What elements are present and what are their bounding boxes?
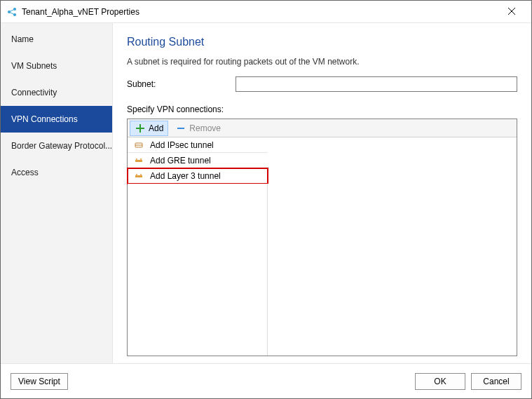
sidebar-item-label: Connectivity — [11, 88, 57, 97]
menu-item-label: Add Layer 3 tunnel — [150, 171, 221, 181]
menu-item-add-ipsec-tunnel[interactable]: Add IPsec tunnel — [128, 137, 268, 153]
svg-point-16 — [136, 174, 137, 175]
sidebar-item-vm-subnets[interactable]: VM Subnets — [1, 53, 112, 79]
svg-rect-12 — [135, 160, 142, 162]
close-button[interactable] — [498, 6, 526, 18]
menu-item-add-layer3-tunnel[interactable]: Add Layer 3 tunnel — [128, 168, 268, 184]
plus-icon — [135, 123, 146, 134]
window-title: Tenant_Alpha_vNET Properties — [22, 7, 498, 17]
svg-line-3 — [9, 9, 15, 12]
sidebar-item-access[interactable]: Access — [1, 159, 112, 186]
page-description: A subnet is required for routing packets… — [127, 57, 517, 67]
sidebar-item-label: Access — [11, 168, 39, 177]
subnet-label: Subnet: — [127, 79, 236, 89]
sidebar-item-label: VM Subnets — [11, 61, 57, 71]
properties-dialog: Tenant_Alpha_vNET Properties Name VM Sub… — [0, 0, 532, 399]
svg-rect-9 — [177, 128, 184, 129]
title-bar: Tenant_Alpha_vNET Properties — [1, 1, 531, 23]
view-script-button[interactable]: View Script — [11, 373, 68, 390]
subnet-row: Subnet: — [127, 76, 517, 92]
list-toolbar: Add Remove — [128, 119, 517, 137]
svg-point-14 — [140, 158, 142, 160]
dialog-body: Name VM Subnets Connectivity VPN Connect… — [1, 23, 531, 363]
remove-button[interactable]: Remove — [171, 121, 225, 136]
svg-rect-8 — [136, 128, 144, 129]
remove-button-label: Remove — [189, 123, 221, 133]
add-button-label: Add — [149, 123, 163, 133]
tunnel-icon — [133, 155, 144, 166]
sidebar-item-label: Border Gateway Protocol... — [11, 141, 112, 151]
subnet-input[interactable] — [236, 76, 517, 92]
menu-item-add-gre-tunnel[interactable]: Add GRE tunnel — [128, 153, 268, 168]
page-title: Routing Subnet — [127, 36, 517, 48]
tunnel-icon — [133, 140, 144, 151]
menu-item-label: Add IPsec tunnel — [150, 140, 214, 150]
svg-point-17 — [140, 174, 142, 175]
content-pane: Routing Subnet A subnet is required for … — [113, 23, 531, 363]
cancel-button[interactable]: Cancel — [471, 373, 521, 390]
app-icon — [6, 6, 18, 18]
sidebar-item-name[interactable]: Name — [1, 26, 112, 53]
vpn-connections-list: Add Remove Add IPsec tunnel — [127, 119, 517, 356]
list-area — [128, 184, 517, 356]
ok-button[interactable]: OK — [415, 373, 465, 390]
sidebar-item-bgp[interactable]: Border Gateway Protocol... — [1, 133, 112, 159]
svg-rect-15 — [135, 175, 142, 177]
sidebar-item-vpn-connections[interactable]: VPN Connections — [1, 106, 112, 133]
sidebar-item-connectivity[interactable]: Connectivity — [1, 79, 112, 106]
tunnel-icon — [133, 170, 144, 182]
sidebar-item-label: VPN Connections — [11, 114, 78, 124]
add-dropdown-menu: Add IPsec tunnel Add GRE tunnel Add Laye… — [128, 137, 268, 184]
svg-line-4 — [9, 12, 15, 15]
sidebar-item-label: Name — [11, 34, 34, 44]
menu-item-label: Add GRE tunnel — [150, 156, 211, 165]
list-left-column — [128, 184, 268, 356]
specify-label: Specify VPN connections: — [127, 104, 517, 114]
list-right-column — [268, 184, 517, 356]
sidebar: Name VM Subnets Connectivity VPN Connect… — [1, 23, 113, 363]
add-button[interactable]: Add — [130, 121, 168, 136]
minus-icon — [175, 123, 186, 134]
dialog-footer: View Script OK Cancel — [1, 363, 531, 398]
svg-point-13 — [136, 158, 137, 160]
